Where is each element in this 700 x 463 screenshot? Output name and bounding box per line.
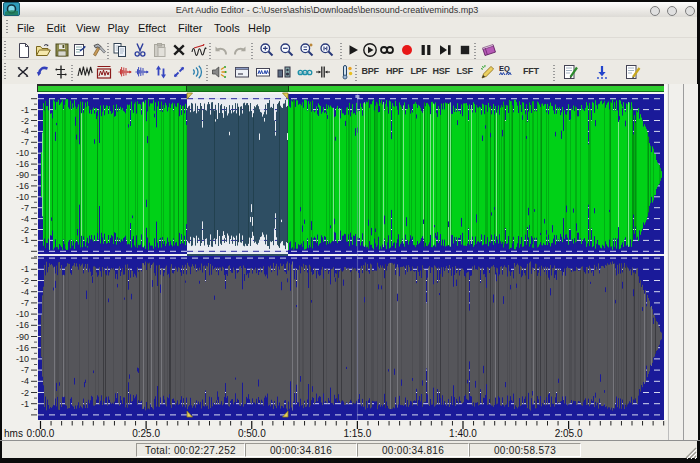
svg-text:-10: -10 [16, 148, 29, 158]
svg-text:-16: -16 [16, 320, 29, 330]
svg-text:-90: -90 [16, 332, 29, 342]
svg-text:-2: -2 [21, 276, 29, 286]
svg-text:-16: -16 [16, 159, 29, 169]
svg-text:-7: -7 [21, 137, 29, 147]
svg-text:0:00.0: 0:00.0 [27, 428, 55, 439]
svg-text:-4: -4 [21, 287, 29, 297]
svg-text:EQ: EQ [499, 64, 510, 73]
svg-text:-2: -2 [21, 388, 29, 398]
svg-text:0:50.0: 0:50.0 [238, 428, 266, 439]
svg-text:-4: -4 [21, 376, 29, 386]
svg-text:-7: -7 [21, 298, 29, 308]
svg-text:-4: -4 [21, 214, 29, 224]
svg-text:-90: -90 [16, 170, 29, 180]
svg-text:0:25.0: 0:25.0 [132, 428, 160, 439]
svg-text:-4: -4 [21, 126, 29, 136]
svg-text:-7: -7 [21, 365, 29, 375]
svg-text:-10: -10 [16, 354, 29, 364]
svg-text:-16: -16 [16, 343, 29, 353]
svg-text:-1: -1 [21, 399, 29, 409]
svg-text:-10: -10 [16, 309, 29, 319]
svg-text:-16: -16 [16, 181, 29, 191]
svg-text:hms: hms [4, 428, 23, 439]
svg-text:-7: -7 [21, 203, 29, 213]
svg-text:-2: -2 [21, 116, 29, 126]
svg-text:1:40.0: 1:40.0 [449, 428, 477, 439]
svg-text:1:15.0: 1:15.0 [343, 428, 371, 439]
svg-text:2:05.0: 2:05.0 [555, 428, 583, 439]
svg-text:-1: -1 [21, 105, 29, 115]
svg-text:-1: -1 [21, 235, 29, 245]
svg-text:-1: -1 [21, 264, 29, 274]
svg-text:-10: -10 [16, 192, 29, 202]
svg-text:-2: -2 [21, 225, 29, 235]
